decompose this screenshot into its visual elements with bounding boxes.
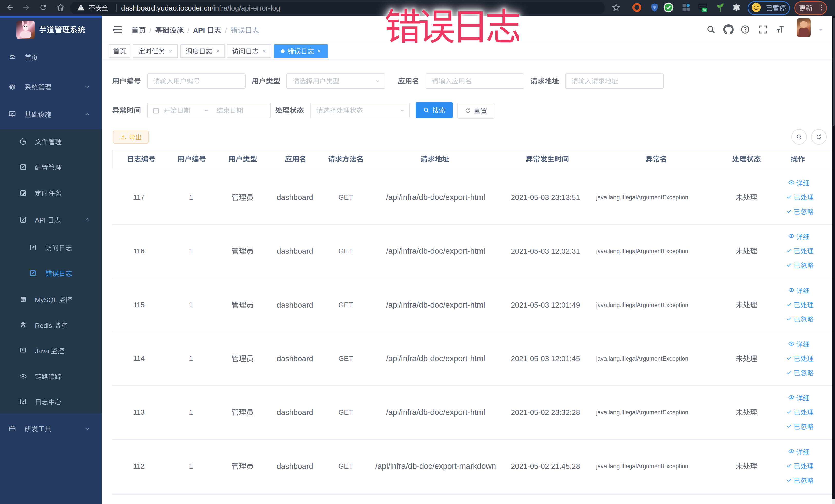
svg-text:on: on [703,8,706,11]
svg-text:My: My [21,298,25,301]
